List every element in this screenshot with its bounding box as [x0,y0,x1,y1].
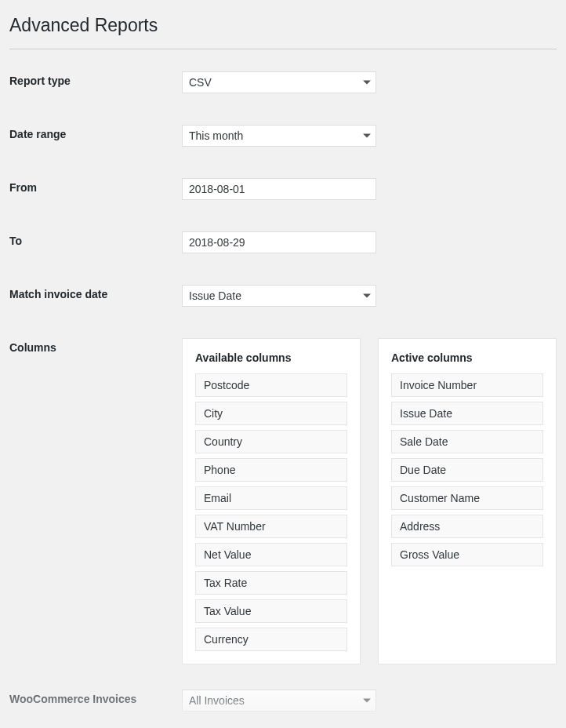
available-column-item[interactable]: Currency [195,628,347,651]
available-column-item[interactable]: Tax Value [195,599,347,623]
available-column-item[interactable]: Tax Rate [195,571,347,595]
active-column-item[interactable]: Issue Date [391,402,543,425]
row-wc-invoices: WooCommerce Invoices All Invoices [9,690,557,712]
panel-title-active: Active columns [391,351,543,364]
select-wc-invoices[interactable]: All Invoices [182,690,376,712]
label-to: To [9,231,182,247]
label-date-range: Date range [9,125,182,140]
select-report-type[interactable]: CSV [182,71,376,93]
active-column-item[interactable]: Invoice Number [391,373,543,397]
available-column-item[interactable]: City [195,402,347,425]
active-column-item[interactable]: Customer Name [391,486,543,510]
row-match-invoice-date: Match invoice date Issue Date [9,285,557,307]
select-report-type-value: CSV [189,76,212,89]
chevron-down-icon [363,293,371,297]
active-column-item[interactable]: Due Date [391,458,543,482]
available-column-item[interactable]: VAT Number [195,515,347,538]
row-columns: Columns Available columns PostcodeCityCo… [9,338,557,664]
available-column-item[interactable]: Phone [195,458,347,482]
active-column-item[interactable]: Gross Value [391,543,543,566]
available-column-item[interactable]: Net Value [195,543,347,566]
page-title: Advanced Reports [9,14,557,38]
available-column-item[interactable]: Country [195,430,347,453]
row-date-range: Date range This month [9,125,557,147]
select-wc-invoices-value: All Invoices [189,694,245,707]
chevron-down-icon [363,698,371,702]
chevron-down-icon [363,133,371,137]
row-from: From 2018-08-01 [9,178,557,200]
input-to-date[interactable]: 2018-08-29 [182,231,376,253]
input-from-date[interactable]: 2018-08-01 [182,178,376,200]
available-column-item[interactable]: Postcode [195,373,347,397]
title-divider [9,49,557,49]
row-to: To 2018-08-29 [9,231,557,253]
panel-active-columns: Active columns Invoice NumberIssue DateS… [378,338,557,664]
select-match-invoice-date[interactable]: Issue Date [182,285,376,307]
label-report-type: Report type [9,71,182,87]
active-columns-list[interactable]: Invoice NumberIssue DateSale DateDue Dat… [391,373,543,566]
input-from-date-value: 2018-08-01 [189,183,245,195]
panel-available-columns: Available columns PostcodeCityCountryPho… [182,338,361,664]
select-date-range-value: This month [189,129,243,142]
chevron-down-icon [363,80,371,84]
row-report-type: Report type CSV [9,71,557,93]
label-from: From [9,178,182,194]
active-column-item[interactable]: Sale Date [391,430,543,453]
available-column-item[interactable]: Email [195,486,347,510]
select-match-invoice-date-value: Issue Date [189,289,241,302]
available-columns-list[interactable]: PostcodeCityCountryPhoneEmailVAT NumberN… [195,373,347,651]
label-wc-invoices: WooCommerce Invoices [9,690,182,705]
active-column-item[interactable]: Address [391,515,543,538]
label-columns: Columns [9,338,182,354]
panel-title-available: Available columns [195,351,347,364]
select-date-range[interactable]: This month [182,125,376,147]
input-to-date-value: 2018-08-29 [189,236,245,249]
label-match-invoice-date: Match invoice date [9,285,182,300]
